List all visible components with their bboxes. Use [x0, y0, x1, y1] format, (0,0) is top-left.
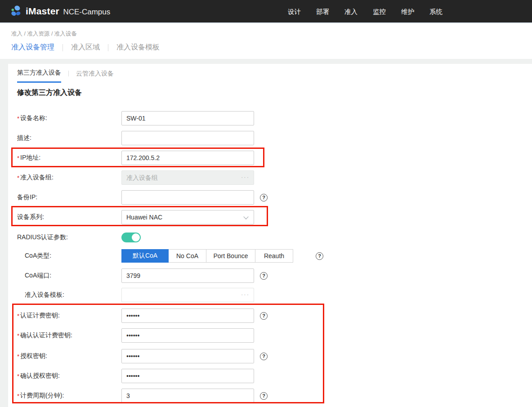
form-row-ip-address: *IP地址:	[17, 151, 350, 165]
tab-divider	[63, 44, 63, 51]
imaster-logo-icon	[9, 5, 22, 18]
backup-ip-input[interactable]	[121, 190, 254, 205]
form-row-authz-key: *授权密钥: ?	[17, 349, 350, 363]
required-asterisk: *	[17, 393, 19, 399]
authz-key-input[interactable]	[121, 349, 254, 363]
tab-device-management[interactable]: 准入设备管理	[11, 43, 54, 52]
help-icon[interactable]: ?	[260, 392, 268, 400]
breadcrumb: 准入 / 准入资源 / 准入设备	[11, 30, 77, 38]
device-group-input[interactable]	[121, 170, 254, 185]
coa-option-reauth[interactable]: Reauth	[255, 249, 293, 263]
radius-params-toggle[interactable]	[121, 233, 141, 242]
required-asterisk: *	[17, 115, 19, 122]
field-label: 准入设备模板:	[17, 291, 121, 299]
form-row-description: 描述:	[17, 131, 350, 145]
description-input[interactable]	[121, 131, 254, 145]
confirm-auth-acct-key-input[interactable]	[121, 328, 254, 343]
field-label: *授权密钥:	[17, 352, 121, 360]
form-row-auth-acct-key: *认证计费密钥: ?	[17, 309, 350, 323]
brand-logo[interactable]: iMaster NCE-Campus	[9, 5, 110, 18]
form-row-backup-ip: 备份IP: ?	[17, 190, 350, 205]
field-label: RADIUS认证参数:	[17, 233, 121, 242]
required-asterisk: *	[17, 155, 19, 161]
form-row-confirm-authz-key: *确认授权密钥:	[17, 369, 350, 383]
form-row-acct-interval: *计费周期(分钟): ?	[17, 389, 350, 403]
form-row-confirm-auth-acct-key: *确认认证计费密钥:	[17, 328, 350, 343]
top-nav-menu: 设计 部署 准入 监控 维护 系统	[288, 0, 443, 23]
left-gutter	[0, 59, 8, 407]
field-label: *准入设备组:	[17, 174, 121, 182]
help-icon[interactable]: ?	[260, 312, 268, 320]
form-row-device-name: *设备名称:	[17, 111, 350, 125]
field-label: *认证计费密钥:	[17, 312, 121, 320]
help-icon[interactable]: ?	[316, 252, 323, 260]
page-tabs: 准入设备管理 准入区域 准入设备模板	[11, 43, 160, 52]
toggle-knob	[132, 233, 140, 242]
subtab-cloud-managed-device[interactable]: 云管准入设备	[76, 70, 114, 82]
required-asterisk: *	[17, 332, 19, 339]
tab-admission-area[interactable]: 准入区域	[71, 43, 100, 52]
field-label: *计费周期(分钟):	[17, 392, 121, 400]
nav-item-admission[interactable]: 准入	[344, 8, 358, 16]
subtab-divider	[68, 71, 69, 76]
top-header-bar: iMaster NCE-Campus 设计 部署 准入 监控 维护 系统	[0, 0, 532, 23]
field-label: *确认授权密钥:	[17, 372, 121, 380]
field-label: 备份IP:	[17, 193, 121, 201]
nav-item-maintain[interactable]: 维护	[401, 8, 414, 16]
coa-option-port-bounce[interactable]: Port Bounce	[206, 249, 255, 263]
field-label: 描述:	[17, 134, 121, 142]
coa-port-input[interactable]	[121, 268, 254, 283]
field-label: *确认认证计费密钥:	[17, 331, 121, 340]
help-icon[interactable]: ?	[260, 353, 268, 360]
required-asterisk: *	[17, 353, 19, 360]
device-template-input[interactable]	[121, 288, 254, 302]
sub-tabs: 第三方准入设备 云管准入设备	[17, 69, 114, 83]
coa-option-no-coa[interactable]: No CoA	[168, 249, 206, 263]
coa-type-segmented-control: 默认CoA No CoA Port Bounce Reauth	[121, 249, 293, 263]
form-row-device-template: 准入设备模板: ···	[17, 288, 350, 302]
subtab-third-party-device[interactable]: 第三方准入设备	[17, 69, 61, 83]
form-row-device-group: *准入设备组: ···	[17, 170, 350, 185]
field-label: *设备名称:	[17, 114, 121, 122]
page-title: 修改第三方准入设备	[17, 88, 82, 98]
ip-address-input[interactable]	[121, 151, 254, 165]
nav-item-monitor[interactable]: 监控	[373, 8, 386, 16]
form-row-coa-type: CoA类型: 默认CoA No CoA Port Bounce Reauth ?	[17, 249, 350, 263]
coa-option-default[interactable]: 默认CoA	[121, 249, 169, 263]
form-row-radius-params: RADIUS认证参数:	[17, 230, 350, 245]
auth-acct-key-input[interactable]	[121, 309, 254, 323]
form-row-coa-port: CoA端口: ?	[17, 268, 350, 283]
field-label: 设备系列:	[17, 213, 121, 221]
brand-name-secondary: NCE-Campus	[63, 8, 110, 16]
required-asterisk: *	[17, 174, 19, 181]
field-label: *IP地址:	[17, 154, 121, 162]
device-name-input[interactable]	[121, 111, 254, 125]
field-label: CoA类型:	[17, 252, 121, 260]
nav-item-design[interactable]: 设计	[288, 8, 301, 16]
app-root: iMaster NCE-Campus 设计 部署 准入 监控 维护 系统 准入 …	[0, 0, 532, 407]
confirm-authz-key-input[interactable]	[121, 369, 254, 383]
acct-interval-input[interactable]	[121, 389, 254, 403]
form-row-device-series: 设备系列:	[17, 210, 350, 224]
required-asterisk: *	[17, 373, 19, 380]
background-band	[0, 59, 532, 64]
tab-divider	[108, 44, 108, 51]
field-label: CoA端口:	[17, 272, 121, 280]
nav-item-deploy[interactable]: 部署	[316, 8, 329, 16]
brand-name-primary: iMaster	[26, 6, 59, 16]
device-series-select[interactable]	[121, 210, 254, 224]
tab-device-template[interactable]: 准入设备模板	[116, 43, 160, 52]
help-icon[interactable]: ?	[260, 194, 268, 201]
nav-item-system[interactable]: 系统	[429, 8, 443, 16]
required-asterisk: *	[17, 313, 19, 319]
help-icon[interactable]: ?	[260, 272, 268, 280]
